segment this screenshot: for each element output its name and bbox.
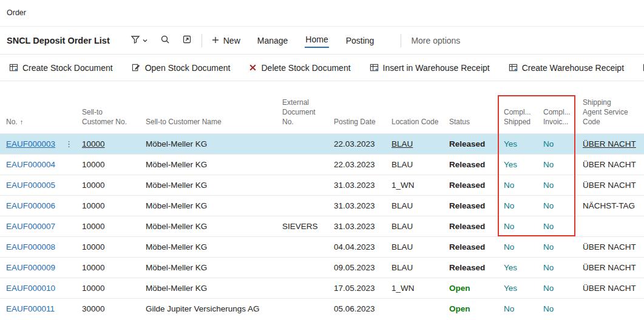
column-header-posting-date[interactable]: Posting Date bbox=[328, 81, 385, 133]
cell-location[interactable]: BLAU bbox=[385, 216, 443, 236]
cell-customer-name[interactable]: Möbel-Meller KG bbox=[140, 133, 276, 154]
cell-status[interactable]: Released bbox=[443, 195, 498, 216]
action-delete-stock-document[interactable]: Delete Stock Document bbox=[249, 63, 350, 73]
cell-location[interactable]: BLAU bbox=[385, 154, 443, 175]
menu-home[interactable]: Home bbox=[305, 33, 328, 48]
cell-external-doc[interactable] bbox=[276, 257, 328, 278]
cell-shipped[interactable]: Yes bbox=[498, 278, 537, 298]
cell-status[interactable]: Open bbox=[443, 278, 498, 298]
cell-customer-name[interactable]: Möbel-Meller KG bbox=[140, 175, 276, 195]
cell-invoiced[interactable]: No bbox=[537, 175, 577, 195]
cell-invoiced[interactable]: No bbox=[537, 298, 577, 319]
cell-posting-date[interactable]: 31.03.2023 bbox=[328, 216, 385, 236]
views-filter-button[interactable] bbox=[130, 35, 148, 46]
cell-external-doc[interactable] bbox=[276, 278, 328, 298]
cell-agent[interactable] bbox=[577, 298, 644, 319]
cell-customer-name[interactable]: Möbel-Meller KG bbox=[140, 154, 276, 175]
document-link[interactable]: EAUF000011 bbox=[6, 304, 55, 313]
cell-posting-date[interactable]: 17.05.2023 bbox=[328, 278, 385, 298]
cell-no[interactable]: EAUF000006 bbox=[0, 195, 76, 216]
cell-customer-name[interactable]: Möbel-Meller KG bbox=[140, 195, 276, 216]
cell-posting-date[interactable]: 31.03.2023 bbox=[328, 175, 385, 195]
cell-no[interactable]: EAUF000008 bbox=[0, 236, 76, 257]
menu-manage[interactable]: Manage bbox=[257, 36, 288, 45]
cell-customer-name[interactable]: Möbel-Meller KG bbox=[140, 216, 276, 236]
action-create-stock-document[interactable]: Create Stock Document bbox=[9, 63, 113, 73]
column-header-location-code[interactable]: Location Code bbox=[385, 81, 443, 133]
row-options-icon[interactable]: ⋮ bbox=[65, 139, 73, 148]
cell-invoiced[interactable]: No bbox=[537, 257, 577, 278]
action-insert-in-warehouse-receipt[interactable]: Insert in Warehouse Receipt bbox=[370, 63, 490, 73]
cell-customer-no[interactable]: 10000 bbox=[76, 195, 140, 216]
table-row-EAUF000011[interactable]: EAUF00001130000Gilde Jupiter Versicherun… bbox=[0, 298, 644, 319]
cell-no[interactable]: EAUF000004 bbox=[0, 154, 76, 175]
cell-external-doc[interactable] bbox=[276, 236, 328, 257]
cell-no[interactable]: EAUF000007 bbox=[0, 216, 76, 236]
cell-location[interactable]: 1_WN bbox=[385, 278, 443, 298]
search-button[interactable] bbox=[160, 35, 170, 46]
cell-external-doc[interactable] bbox=[276, 154, 328, 175]
cell-customer-no[interactable]: 10000 bbox=[76, 236, 140, 257]
cell-no[interactable]: EAUF000010 bbox=[0, 278, 76, 298]
menu-more-options[interactable]: More options bbox=[411, 36, 460, 45]
document-link[interactable]: EAUF000005 bbox=[6, 181, 55, 190]
cell-agent[interactable]: ÜBER NACHT bbox=[577, 175, 644, 195]
cell-no[interactable]: EAUF000003⋮ bbox=[0, 133, 76, 154]
cell-posting-date[interactable]: 22.03.2023 bbox=[328, 133, 385, 154]
cell-agent[interactable]: ÜBER NACHT bbox=[577, 236, 644, 257]
cell-status[interactable]: Released bbox=[443, 257, 498, 278]
cell-external-doc[interactable] bbox=[276, 175, 328, 195]
cell-status[interactable]: Open bbox=[443, 298, 498, 319]
cell-invoiced[interactable]: No bbox=[537, 278, 577, 298]
table-row-EAUF000010[interactable]: EAUF00001010000Möbel-Meller KG17.05.2023… bbox=[0, 278, 644, 298]
cell-no[interactable]: EAUF000009 bbox=[0, 257, 76, 278]
cell-invoiced[interactable]: No bbox=[537, 154, 577, 175]
cell-customer-name[interactable]: Möbel-Meller KG bbox=[140, 236, 276, 257]
cell-location[interactable]: BLAU bbox=[385, 195, 443, 216]
column-header-sell-to-customer-no[interactable]: Sell-to Customer No. bbox=[76, 81, 140, 133]
cell-invoiced[interactable]: No bbox=[537, 195, 577, 216]
focus-mode-button[interactable] bbox=[182, 35, 192, 46]
cell-invoiced[interactable]: No bbox=[537, 133, 577, 154]
cell-agent[interactable]: NÄCHST-TAG bbox=[577, 195, 644, 216]
cell-status[interactable]: Released bbox=[443, 236, 498, 257]
column-header-status[interactable]: Status bbox=[443, 81, 498, 133]
cell-shipped[interactable]: Yes bbox=[498, 133, 537, 154]
cell-customer-no[interactable]: 10000 bbox=[76, 257, 140, 278]
table-row-EAUF000003[interactable]: EAUF000003⋮10000Möbel-Meller KG22.03.202… bbox=[0, 133, 644, 154]
document-link[interactable]: EAUF000006 bbox=[6, 201, 55, 210]
cell-posting-date[interactable]: 31.03.2023 bbox=[328, 195, 385, 216]
column-header-external-document-no[interactable]: External Document No. bbox=[276, 81, 328, 133]
column-header-completely-shipped[interactable]: Compl... Shipped bbox=[498, 81, 537, 133]
table-row-EAUF000005[interactable]: EAUF00000510000Möbel-Meller KG31.03.2023… bbox=[0, 175, 644, 195]
cell-invoiced[interactable]: No bbox=[537, 216, 577, 236]
cell-status[interactable]: Released bbox=[443, 154, 498, 175]
cell-external-doc[interactable] bbox=[276, 133, 328, 154]
cell-customer-no[interactable]: 10000 bbox=[76, 133, 140, 154]
cell-agent[interactable]: ÜBER NACHT bbox=[577, 133, 644, 154]
cell-no[interactable]: EAUF000005 bbox=[0, 175, 76, 195]
document-link[interactable]: EAUF000003 bbox=[6, 139, 55, 148]
cell-status[interactable]: Released bbox=[443, 175, 498, 195]
table-row-EAUF000008[interactable]: EAUF00000810000Möbel-Meller KG04.04.2023… bbox=[0, 236, 644, 257]
document-link[interactable]: EAUF000009 bbox=[6, 263, 55, 272]
cell-posting-date[interactable]: 09.05.2023 bbox=[328, 257, 385, 278]
cell-agent[interactable]: ÜBER NACHT bbox=[577, 257, 644, 278]
cell-customer-no[interactable]: 10000 bbox=[76, 154, 140, 175]
table-row-EAUF000004[interactable]: EAUF00000410000Möbel-Meller KG22.03.2023… bbox=[0, 154, 644, 175]
cell-external-doc[interactable] bbox=[276, 298, 328, 319]
menu-new[interactable]: New bbox=[212, 36, 240, 45]
cell-invoiced[interactable]: No bbox=[537, 236, 577, 257]
document-link[interactable]: EAUF000004 bbox=[6, 160, 55, 169]
cell-customer-no[interactable]: 30000 bbox=[76, 298, 140, 319]
action-open-stock-document[interactable]: Open Stock Document bbox=[132, 63, 231, 73]
cell-status[interactable]: Released bbox=[443, 133, 498, 154]
cell-shipped[interactable]: Yes bbox=[498, 257, 537, 278]
cell-customer-name[interactable]: Gilde Jupiter Versicherungs AG bbox=[140, 298, 276, 319]
table-row-EAUF000006[interactable]: EAUF00000610000Möbel-Meller KG31.03.2023… bbox=[0, 195, 644, 216]
cell-status[interactable]: Released bbox=[443, 216, 498, 236]
cell-customer-no[interactable]: 10000 bbox=[76, 216, 140, 236]
action-create-warehouse-receipt[interactable]: Create Warehouse Receipt bbox=[509, 63, 624, 73]
cell-no[interactable]: EAUF000011 bbox=[0, 298, 76, 319]
document-link[interactable]: EAUF000008 bbox=[6, 242, 55, 252]
